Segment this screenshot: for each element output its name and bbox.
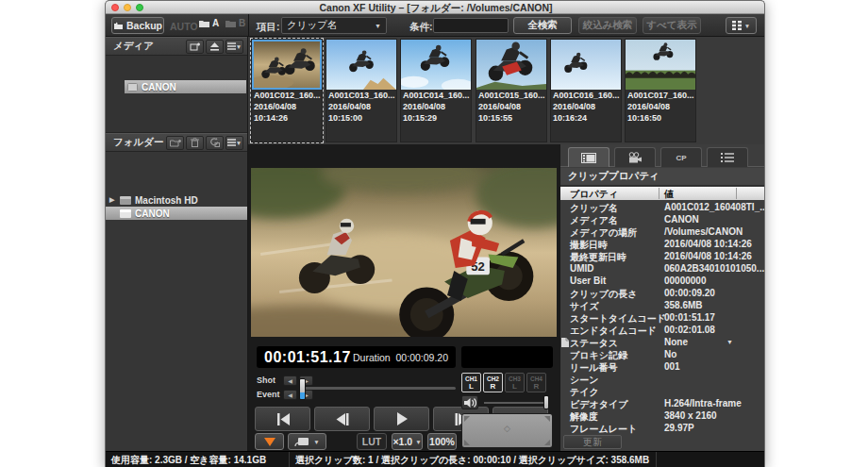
refresh-folder-button[interactable] [206,136,224,150]
clip-date: 2016/04/08 [551,101,621,112]
folder-b-label: B [239,18,245,28]
folder-a-button[interactable]: A [198,18,219,28]
shot-mark-button[interactable] [255,433,284,450]
lut-label: LUT [362,436,381,447]
auto-label: AUTO [170,21,198,32]
chevron-down-icon: ▼ [313,439,319,445]
folders-section-title: フォルダー [113,136,163,149]
update-button[interactable]: 更新 [563,435,622,449]
title-bar[interactable]: Canon XF Utility – [フォルダー: /Volumes/CANO… [106,1,765,14]
media-section-header: メディア ▼ [106,37,247,56]
search-all-button[interactable]: 全検索 [513,17,572,34]
view-mode-button[interactable]: ▼ [726,17,757,34]
clip-thumbnail[interactable]: A001C013_160... 2016/04/08 10:15:00 [326,39,397,142]
audio-channels: CH1 L CH2 R CH3 L CH4 R [461,373,546,392]
show-all-label: すべて表示 [646,19,696,32]
clip-list: A001C012_160... 2016/04/08 10:14:26 A001… [248,37,765,144]
clip-thumb-image [401,40,471,90]
channel-3-button[interactable]: CH3 L [505,373,525,392]
chevron-down-icon: ▼ [375,23,381,29]
clip-thumbnail[interactable]: A001C012_160... 2016/04/08 10:14:26 [251,39,323,142]
prev-event-mark-button[interactable]: ◀ [283,390,297,400]
property-row: 解像度3840 x 2160 [560,410,765,423]
clip-name: A001C013_160... [326,90,396,101]
display-mode-button[interactable]: ▼ [288,433,326,450]
folder-a-icon [198,19,210,28]
properties-tabs: CP [560,144,765,167]
channel-side: L [469,382,474,391]
tab-camera[interactable] [614,147,656,167]
property-row: スタートタイムコード00:01:51.17 [560,312,765,325]
tab-clip-properties[interactable] [568,147,609,167]
volume-handle[interactable] [543,395,549,409]
property-row: メディアの場所/Volumes/CANON [560,226,765,239]
playback-speed-button[interactable]: ×1.0 ▼ [392,433,423,450]
item-label: 項目: [257,21,280,34]
disclosure-triangle-icon[interactable]: ▶ [109,196,116,204]
properties-column-header: プロパティ 値 [560,187,765,200]
arrow-left-icon: ◀ [288,392,292,398]
tab-cp[interactable]: CP [660,147,702,167]
media-menu-button[interactable]: ▼ [225,40,243,54]
property-row: メディア名CANON [560,214,765,226]
clip-thumbnail[interactable]: A001C015_160... 2016/04/08 10:15:55 [476,39,547,142]
current-timecode: 00:01:51.17 [264,349,351,366]
jog-pad[interactable]: ◇ [461,413,553,448]
show-all-button[interactable]: すべて表示 [643,17,701,34]
search-all-label: 全検索 [527,19,558,32]
aux-display [461,346,553,368]
delete-folder-button[interactable] [186,136,204,150]
status-dropdown[interactable]: None [664,337,688,347]
property-row: リール番号001 [560,361,765,374]
speed-value: ×1.0 [392,436,412,447]
seek-bar[interactable] [301,387,456,390]
tree-item-macintosh-hd[interactable]: ▶ Macintosh HD [106,193,247,207]
clip-thumbnail[interactable]: A001C014_160... 2016/04/08 10:15:29 [400,39,472,142]
volume-slider[interactable] [484,402,546,404]
tab-metadata-list[interactable] [707,147,748,167]
go-to-start-button[interactable] [255,407,310,431]
media-item-canon[interactable]: CANON [125,80,246,93]
eject-icon[interactable] [206,40,224,54]
tree-item-canon[interactable]: CANON [106,207,247,220]
channel-1-button[interactable]: CH1 L [461,373,481,392]
clip-time: 10:16:24 [551,112,621,124]
condition-label: 条件: [409,21,433,34]
view-zoom-button[interactable]: 100% [427,433,457,450]
chevron-down-icon[interactable]: ▼ [726,339,733,345]
clip-thumbnail[interactable]: A001C017_160... 2016/04/08 10:16:50 [625,39,696,142]
channel-label: CH2 [487,375,499,382]
media-list: CANON [106,56,247,133]
frame-back-button[interactable] [314,407,370,431]
prev-shot-mark-button[interactable]: ◀ [283,375,297,386]
search-field-value: クリップ名 [287,19,337,32]
property-row: クリップ名A001C012_160408TI_... [560,202,765,214]
channel-4-button[interactable]: CH4 R [526,373,546,392]
new-folder-button[interactable] [166,136,184,150]
play-button[interactable] [374,407,429,431]
orange-marker-icon [264,438,275,446]
add-media-button[interactable] [186,40,204,54]
search-field-dropdown[interactable]: クリップ名 ▼ [281,17,387,34]
clip-thumb-image [551,40,621,90]
folders-menu-button[interactable]: ▼ [225,136,243,150]
selection-status: 選択クリップ数: 1 / 選択クリップの長さ: 00:00:10 / 選択クリッ… [290,452,657,467]
filter-search-label: 絞込み検索 [583,19,633,32]
filter-search-button[interactable]: 絞込み検索 [578,17,637,34]
lut-button[interactable]: LUT [357,433,387,450]
camera-icon [627,152,643,163]
mute-button[interactable] [461,395,478,409]
desktop: Canon XF Utility – [フォルダー: /Volumes/CANO… [0,0,868,467]
folder-b-button[interactable]: B [225,18,245,28]
property-row: テイク [560,386,765,398]
drive-icon [120,196,131,205]
pad-corner-icon [464,416,470,422]
property-row: 撮影日時2016/04/08 10:14:26 [560,239,765,251]
channel-2-button[interactable]: CH2 R [483,373,503,392]
clip-thumbnail[interactable]: A001C016_160... 2016/04/08 10:16:24 [550,39,622,142]
playhead-handle[interactable] [299,378,306,400]
clip-thumb-image [476,40,546,90]
condition-input[interactable] [433,18,509,33]
backup-button[interactable]: Backup [111,17,164,34]
channel-label: CH4 [530,375,542,382]
